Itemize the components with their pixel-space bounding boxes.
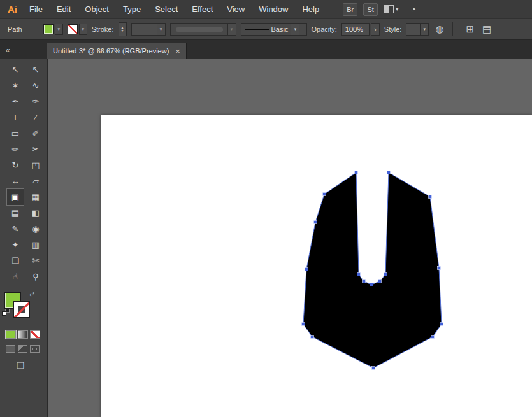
anchor-point[interactable]	[378, 280, 382, 283]
paintbrush-tool[interactable]: ✐	[27, 125, 44, 141]
anchor-point[interactable]	[370, 283, 373, 286]
anchor-point[interactable]	[314, 221, 317, 224]
type-tool[interactable]: T	[7, 110, 24, 125]
curvature-tool[interactable]: ✑	[27, 94, 44, 110]
stroke-weight-label: Stroke:	[92, 25, 114, 33]
style-select[interactable]: ▾	[406, 23, 429, 36]
opacity-label: Opacity:	[312, 25, 337, 33]
change-screen-mode-button[interactable]: ❐	[17, 360, 47, 371]
blend-tool[interactable]: ◉	[27, 221, 44, 237]
menu-edit[interactable]: Edit	[50, 4, 78, 14]
draw-normal-button[interactable]	[6, 345, 15, 353]
lasso-tool[interactable]: ∿	[27, 78, 44, 94]
recolor-artwork-icon[interactable]: ◍	[433, 24, 445, 35]
opacity-field[interactable]: 100%	[341, 23, 370, 36]
selection-tool[interactable]: ↖	[7, 62, 24, 78]
magic-wand-tool[interactable]: ✶	[7, 78, 24, 94]
anchor-point[interactable]	[429, 195, 432, 199]
scissors-tool[interactable]: ✂	[27, 141, 44, 157]
fill-dropdown-arrow-icon[interactable]: ▾	[55, 24, 63, 35]
anchor-point[interactable]	[431, 336, 435, 339]
menu-items: FileEditObjectTypeSelectEffectViewWindow…	[22, 4, 326, 14]
control-bar: Path ▾ ▾ Stroke: ▲ ▼ ▾ ▾ Basic ▾ Opacity…	[0, 19, 532, 40]
anchor-point[interactable]	[355, 171, 358, 174]
menu-select[interactable]: Select	[148, 4, 185, 14]
swap-fill-stroke-icon[interactable]: ⇄	[29, 290, 34, 297]
shape-builder-tool[interactable]: ▣	[7, 189, 24, 205]
anchor-point[interactable]	[440, 323, 443, 326]
free-transform-tool[interactable]: ▱	[27, 173, 44, 189]
default-fill-stroke-icon[interactable]	[2, 311, 6, 316]
direct-selection-tool[interactable]: ↖	[27, 62, 44, 78]
anchor-point[interactable]	[323, 193, 326, 196]
anchor-point[interactable]	[438, 267, 441, 270]
anchor-point[interactable]	[305, 268, 308, 271]
stroke-color-swatch[interactable]	[68, 24, 78, 34]
none-slash-icon	[13, 301, 30, 318]
anchor-point[interactable]	[384, 273, 387, 276]
document-tab[interactable]: Untitled-3* @ 66.67% (RGB/Preview) ×	[47, 43, 187, 59]
perspective-grid-tool[interactable]: ▦	[27, 189, 44, 205]
none-button[interactable]	[30, 330, 40, 339]
symbol-sprayer-tool[interactable]: ✦	[7, 237, 24, 253]
stroke-weight-select[interactable]: ▾	[131, 23, 166, 36]
column-graph-tool[interactable]: ▥	[27, 237, 44, 253]
style-arrow-icon[interactable]: ▾	[420, 24, 428, 35]
brush-arrow-icon[interactable]: ▾	[291, 24, 299, 35]
stock-button[interactable]: St	[363, 3, 378, 16]
brush-stroke-preview	[245, 29, 269, 30]
vector-shape[interactable]	[303, 173, 442, 368]
align-panel-icon[interactable]: ⊞	[464, 24, 476, 35]
gradient-button[interactable]	[18, 330, 28, 339]
stroke-weight-arrow-icon[interactable]: ▾	[157, 24, 165, 35]
menu-effect[interactable]: Effect	[185, 4, 220, 14]
anchor-point[interactable]	[311, 336, 314, 339]
color-button[interactable]	[6, 330, 16, 339]
anchor-point[interactable]	[387, 171, 391, 174]
stroke-dropdown-arrow-icon[interactable]: ▾	[79, 24, 87, 35]
artboard-tool[interactable]: ❏	[7, 253, 24, 269]
brush-definition-select[interactable]: Basic ▾	[241, 23, 307, 36]
width-tool[interactable]: ↔	[7, 173, 24, 189]
menu-help[interactable]: Help	[295, 4, 326, 14]
sync-status-icon[interactable]: ◔	[410, 4, 416, 15]
pen-tool[interactable]: ✒	[7, 94, 24, 110]
menu-view[interactable]: View	[220, 4, 252, 14]
line-segment-tool[interactable]: ∕	[27, 110, 44, 125]
tab-close-icon[interactable]: ×	[175, 46, 180, 56]
menu-type[interactable]: Type	[116, 4, 148, 14]
menu-window[interactable]: Window	[252, 4, 295, 14]
draw-inside-button[interactable]	[30, 345, 40, 353]
mesh-tool[interactable]: ▤	[7, 205, 24, 221]
collapse-panels-icon[interactable]: «	[0, 46, 47, 59]
eyedropper-tool[interactable]: ✎	[7, 221, 24, 237]
fill-color-control[interactable]: ▾	[43, 24, 63, 35]
menu-object[interactable]: Object	[78, 4, 116, 14]
menubar-right-cluster: Br St ▾ ◔	[343, 3, 416, 16]
slice-tool[interactable]: ✄	[27, 253, 44, 269]
shaper-tool[interactable]: ✏	[7, 141, 24, 157]
stroke-swatch[interactable]	[13, 301, 30, 318]
anchor-point[interactable]	[357, 273, 361, 276]
stepper-down-icon[interactable]: ▼	[121, 29, 124, 32]
rotate-tool[interactable]: ↻	[7, 157, 24, 173]
opacity-panel-arrow[interactable]: ›	[371, 23, 380, 36]
fill-color-swatch[interactable]	[43, 24, 54, 34]
draw-behind-button[interactable]	[18, 345, 27, 353]
rectangle-tool[interactable]: ▭	[7, 125, 24, 141]
stroke-color-control[interactable]: ▾	[68, 24, 87, 35]
canvas-area[interactable]	[48, 59, 532, 417]
anchor-point[interactable]	[363, 280, 366, 283]
app-logo-icon[interactable]: Ai	[5, 4, 22, 15]
zoom-tool[interactable]: ⚲	[27, 269, 44, 285]
hand-tool[interactable]: ☝	[7, 269, 24, 285]
arrange-documents-button[interactable]: ▾	[384, 5, 398, 13]
bridge-button[interactable]: Br	[343, 3, 357, 16]
anchor-point[interactable]	[372, 367, 375, 370]
anchor-point[interactable]	[302, 323, 305, 326]
scale-tool[interactable]: ◰	[27, 157, 44, 173]
transform-panel-icon[interactable]: ▤	[480, 24, 493, 35]
stroke-weight-stepper[interactable]: ▲ ▼	[119, 22, 127, 36]
gradient-tool[interactable]: ◧	[27, 205, 44, 221]
menu-file[interactable]: File	[22, 4, 50, 14]
